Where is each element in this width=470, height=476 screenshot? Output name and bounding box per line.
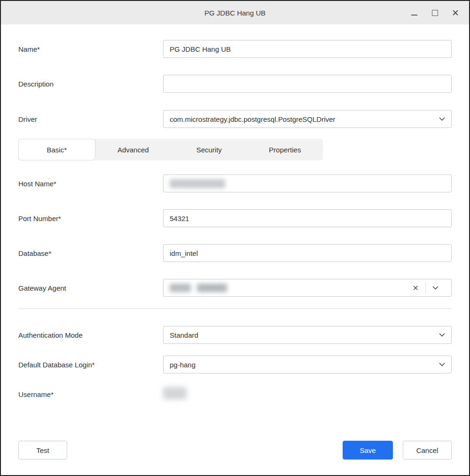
driver-select[interactable]: com.microstrategy.jdbc.postgresql.Postgr… <box>163 110 452 128</box>
chevron-down-icon <box>439 117 445 121</box>
authentication-mode-value: Standard <box>170 331 439 339</box>
driver-row: Driver com.microstrategy.jdbc.postgresql… <box>18 110 452 128</box>
dialog-footer: Test Save Cancel <box>18 441 452 460</box>
save-button[interactable]: Save <box>343 441 393 460</box>
driver-selected-value: com.microstrategy.jdbc.postgresql.Postgr… <box>170 115 439 123</box>
port-number-label: Port Number* <box>18 214 163 222</box>
close-button[interactable]: ✕ <box>448 6 462 20</box>
host-name-input[interactable] <box>163 175 452 192</box>
authentication-mode-select[interactable]: Standard <box>163 326 452 344</box>
port-number-input[interactable] <box>163 209 452 227</box>
chevron-down-icon[interactable] <box>426 286 445 290</box>
gateway-agent-combobox[interactable]: ✕ <box>163 279 452 297</box>
gateway-agent-controls: ✕ <box>406 282 445 294</box>
close-icon: ✕ <box>452 8 459 17</box>
username-row: Username* <box>18 387 452 401</box>
redacted-gateway-value <box>170 284 191 292</box>
database-row: Database* <box>18 244 452 262</box>
chevron-down-icon <box>439 363 445 366</box>
host-name-label: Host Name* <box>18 180 163 188</box>
window-title: PG JDBC Hang UB <box>204 9 266 17</box>
cancel-button[interactable]: Cancel <box>403 441 452 460</box>
tab-properties[interactable]: Properties <box>247 139 323 160</box>
window-controls: ✕ <box>407 1 462 24</box>
maximize-button[interactable] <box>428 6 442 20</box>
chevron-down-icon <box>439 333 445 337</box>
dialog-window: PG JDBC Hang UB ✕ Name* Description <box>0 0 470 476</box>
redacted-gateway-value <box>197 284 227 292</box>
authentication-mode-label: Authentication Mode <box>18 331 163 339</box>
username-redacted-value <box>163 387 187 399</box>
default-database-login-row: Default Database Login* pg-hang <box>18 356 452 373</box>
connection-form: Name* Description Driver com.microstrate… <box>1 40 469 460</box>
name-input[interactable] <box>163 40 452 58</box>
tab-advanced[interactable]: Advanced <box>95 139 172 160</box>
clear-icon[interactable]: ✕ <box>406 284 425 293</box>
minimize-button[interactable] <box>407 6 421 20</box>
name-label: Name* <box>18 45 163 53</box>
description-label: Description <box>18 80 163 88</box>
database-label: Database* <box>18 249 163 257</box>
gateway-agent-label: Gateway Agent <box>18 284 163 292</box>
default-database-login-select[interactable]: pg-hang <box>163 356 452 373</box>
username-label: Username* <box>18 390 163 398</box>
default-database-login-label: Default Database Login* <box>18 361 163 369</box>
gateway-agent-row: Gateway Agent ✕ <box>18 279 452 297</box>
port-number-row: Port Number* <box>18 209 452 227</box>
description-input[interactable] <box>163 75 452 93</box>
default-database-login-value: pg-hang <box>170 361 439 369</box>
database-input[interactable] <box>163 244 452 262</box>
tab-security[interactable]: Security <box>171 139 247 160</box>
section-divider <box>18 308 452 309</box>
maximize-icon <box>432 10 438 16</box>
driver-label: Driver <box>18 115 163 123</box>
name-row: Name* <box>18 40 452 58</box>
host-name-row: Host Name* <box>18 175 452 192</box>
description-row: Description <box>18 75 452 93</box>
minimize-icon <box>411 15 417 16</box>
test-button[interactable]: Test <box>18 441 67 460</box>
authentication-mode-row: Authentication Mode Standard <box>18 326 452 344</box>
redacted-host-value <box>170 179 225 188</box>
titlebar: PG JDBC Hang UB ✕ <box>1 1 469 24</box>
tab-bar: Basic* Advanced Security Properties <box>18 139 323 160</box>
tab-basic[interactable]: Basic* <box>18 139 95 160</box>
